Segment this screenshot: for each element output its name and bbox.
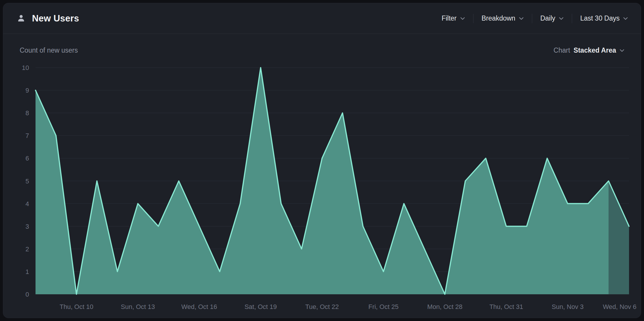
card-header-left: New Users xyxy=(16,13,79,24)
y-tick-label: 10 xyxy=(22,64,29,71)
chevron-down-icon xyxy=(460,17,465,20)
y-tick-label: 7 xyxy=(26,132,29,139)
user-icon xyxy=(16,14,26,24)
area-chart[interactable]: 012345678910Thu, Oct 10Sun, Oct 13Wed, O… xyxy=(3,54,641,318)
divider xyxy=(572,14,572,23)
y-tick-label: 6 xyxy=(26,155,29,162)
y-tick-label: 4 xyxy=(26,200,29,208)
chevron-down-icon xyxy=(623,17,628,20)
chart-subheader: Count of new users Chart Stacked Area xyxy=(3,34,641,54)
date-range-dropdown-label: Last 30 Days xyxy=(580,14,620,22)
y-tick-label: 9 xyxy=(26,87,29,94)
x-tick-label: Wed, Oct 16 xyxy=(181,303,217,310)
chevron-down-icon xyxy=(620,49,624,52)
date-range-dropdown[interactable]: Last 30 Days xyxy=(580,14,628,22)
x-axis-labels: Thu, Oct 10Sun, Oct 13Wed, Oct 16Sat, Oc… xyxy=(60,303,636,310)
series-label: Count of new users xyxy=(20,46,78,54)
x-tick-label: Thu, Oct 10 xyxy=(60,303,93,310)
chart-picker-value: Stacked Area xyxy=(574,46,616,54)
x-tick-label: Fri, Oct 25 xyxy=(368,303,399,310)
y-tick-label: 8 xyxy=(26,109,29,117)
chevron-down-icon xyxy=(559,17,564,20)
y-tick-label: 0 xyxy=(26,291,29,298)
x-tick-label: Wed, Nov 6 xyxy=(603,303,637,310)
y-tick-label: 5 xyxy=(26,178,29,185)
divider xyxy=(473,14,473,23)
y-tick-label: 1 xyxy=(26,268,29,275)
x-tick-label: Tue, Oct 22 xyxy=(305,303,339,310)
area-shape-incomplete xyxy=(608,181,629,295)
x-tick-label: Thu, Oct 31 xyxy=(489,303,523,310)
x-tick-label: Sun, Oct 13 xyxy=(121,303,155,310)
chart-canvas[interactable]: 012345678910Thu, Oct 10Sun, Oct 13Wed, O… xyxy=(3,54,641,318)
page-title: New Users xyxy=(32,13,79,24)
insight-card: New Users Filter Breakdown Daily xyxy=(3,3,641,318)
card-header-controls: Filter Breakdown Daily Las xyxy=(441,14,628,23)
filter-dropdown[interactable]: Filter xyxy=(441,14,465,22)
y-tick-label: 3 xyxy=(26,223,29,230)
x-tick-label: Sat, Oct 19 xyxy=(245,303,277,310)
breakdown-dropdown-label: Breakdown xyxy=(482,14,515,22)
x-tick-label: Mon, Oct 28 xyxy=(427,303,463,310)
interval-dropdown-label: Daily xyxy=(540,14,555,22)
interval-dropdown[interactable]: Daily xyxy=(540,14,564,22)
y-tick-label: 2 xyxy=(26,245,29,253)
filter-dropdown-label: Filter xyxy=(441,14,456,22)
breakdown-dropdown[interactable]: Breakdown xyxy=(482,14,524,22)
card-header: New Users Filter Breakdown Daily xyxy=(3,3,641,34)
chart-picker-label: Chart xyxy=(554,46,570,54)
x-tick-label: Sun, Nov 3 xyxy=(552,303,584,310)
chart-type-dropdown[interactable]: Chart Stacked Area xyxy=(554,46,624,54)
chevron-down-icon xyxy=(519,17,524,20)
divider xyxy=(532,14,532,23)
